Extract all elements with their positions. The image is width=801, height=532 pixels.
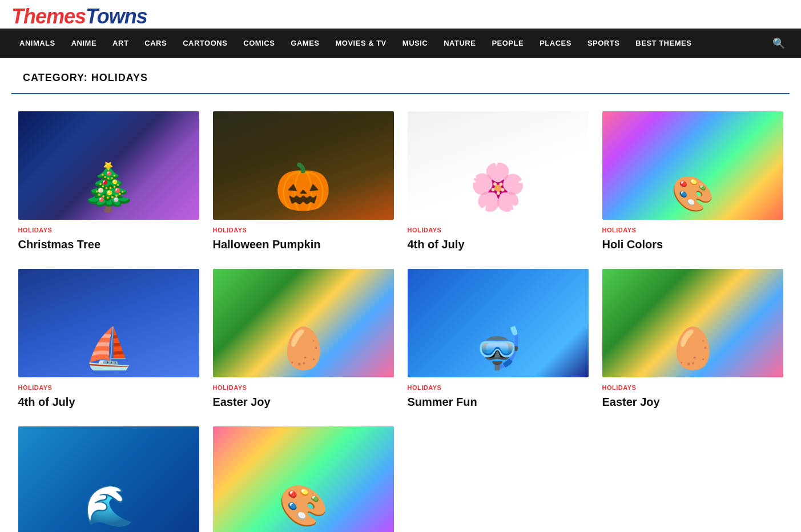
card-image-9 xyxy=(18,426,199,532)
nav-item-comics[interactable]: COMICS xyxy=(235,29,283,58)
nav-item-cartoons[interactable]: CARTOONS xyxy=(175,29,235,58)
card-image-6 xyxy=(213,269,394,377)
card-category-3: HOLIDAYS xyxy=(408,227,589,233)
card-8[interactable]: HOLIDAYSEaster Joy xyxy=(602,269,783,409)
main-nav: ANIMALSANIMEARTCARSCARTOONSCOMICSGAMESMO… xyxy=(0,29,801,58)
search-icon[interactable]: 🔍 xyxy=(768,37,790,50)
card-title-7: Summer Fun xyxy=(408,394,589,409)
card-5[interactable]: HOLIDAYS4th of July xyxy=(18,269,199,409)
card-category-6: HOLIDAYS xyxy=(213,384,394,391)
nav-item-art[interactable]: ART xyxy=(104,29,136,58)
nav-item-sports[interactable]: SPORTS xyxy=(579,29,627,58)
card-1[interactable]: HOLIDAYSChristmas Tree xyxy=(18,111,199,252)
card-category-5: HOLIDAYS xyxy=(18,384,199,391)
category-title: CATEGORY: HOLIDAYS xyxy=(23,72,778,84)
card-image-2 xyxy=(213,111,394,220)
card-title-8: Easter Joy xyxy=(602,394,783,409)
card-image-5 xyxy=(18,269,199,377)
card-category-7: HOLIDAYS xyxy=(408,384,589,391)
card-9[interactable]: HOLIDAYS xyxy=(18,426,199,532)
logo-bar: ThemesTowns xyxy=(0,0,801,29)
card-image-10 xyxy=(213,426,394,532)
card-image-7 xyxy=(408,269,589,377)
card-10[interactable]: HOLIDAYS xyxy=(213,426,394,532)
card-title-6: Easter Joy xyxy=(213,394,394,409)
nav-item-movies-tv[interactable]: MOVIES & TV xyxy=(328,29,395,58)
card-title-5: 4th of July xyxy=(18,394,199,409)
nav-item-nature[interactable]: NATURE xyxy=(436,29,484,58)
card-category-1: HOLIDAYS xyxy=(18,227,199,233)
card-7[interactable]: HOLIDAYSSummer Fun xyxy=(408,269,589,409)
card-image-1 xyxy=(18,111,199,220)
card-category-8: HOLIDAYS xyxy=(602,384,783,391)
card-3[interactable]: HOLIDAYS4th of July xyxy=(408,111,589,252)
nav-item-anime[interactable]: ANIME xyxy=(63,29,104,58)
card-6[interactable]: HOLIDAYSEaster Joy xyxy=(213,269,394,409)
cards-grid: HOLIDAYSChristmas TreeHOLIDAYSHalloween … xyxy=(7,111,795,532)
card-category-4: HOLIDAYS xyxy=(602,227,783,233)
card-image-8 xyxy=(602,269,783,377)
nav-item-best-themes[interactable]: BEST THEMES xyxy=(627,29,699,58)
card-category-2: HOLIDAYS xyxy=(213,227,394,233)
category-header: CATEGORY: HOLIDAYS xyxy=(11,58,790,94)
card-4[interactable]: HOLIDAYSHoli Colors xyxy=(602,111,783,252)
card-title-4: Holi Colors xyxy=(602,237,783,252)
card-title-1: Christmas Tree xyxy=(18,237,199,252)
nav-item-animals[interactable]: ANIMALS xyxy=(11,29,63,58)
nav-item-people[interactable]: PEOPLE xyxy=(484,29,532,58)
nav-item-cars[interactable]: CARS xyxy=(136,29,175,58)
card-title-3: 4th of July xyxy=(408,237,589,252)
card-2[interactable]: HOLIDAYSHalloween Pumpkin xyxy=(213,111,394,252)
card-image-3 xyxy=(408,111,589,220)
nav-item-games[interactable]: GAMES xyxy=(283,29,327,58)
site-logo[interactable]: ThemesTowns xyxy=(11,5,790,29)
card-title-2: Halloween Pumpkin xyxy=(213,237,394,252)
nav-item-places[interactable]: PLACES xyxy=(532,29,579,58)
card-image-4 xyxy=(602,111,783,220)
nav-item-music[interactable]: MUSIC xyxy=(395,29,436,58)
